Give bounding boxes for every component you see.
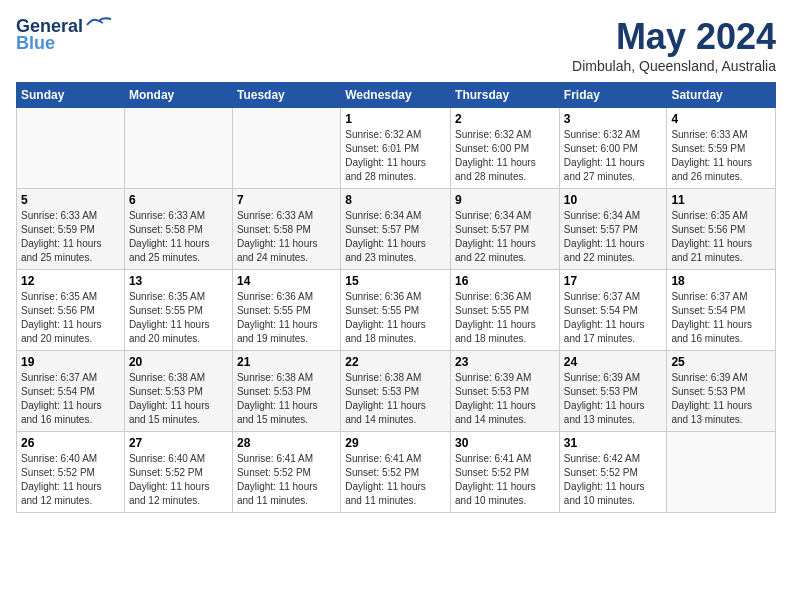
calendar-cell: 17Sunrise: 6:37 AM Sunset: 5:54 PM Dayli…: [559, 270, 667, 351]
logo: General Blue: [16, 16, 113, 54]
weekday-header: Saturday: [667, 83, 776, 108]
day-number: 28: [237, 436, 336, 450]
day-info: Sunrise: 6:37 AM Sunset: 5:54 PM Dayligh…: [564, 290, 663, 346]
day-info: Sunrise: 6:35 AM Sunset: 5:56 PM Dayligh…: [21, 290, 120, 346]
calendar-cell: 11Sunrise: 6:35 AM Sunset: 5:56 PM Dayli…: [667, 189, 776, 270]
calendar-cell: 16Sunrise: 6:36 AM Sunset: 5:55 PM Dayli…: [451, 270, 560, 351]
day-info: Sunrise: 6:41 AM Sunset: 5:52 PM Dayligh…: [345, 452, 446, 508]
calendar-cell: [667, 432, 776, 513]
day-number: 12: [21, 274, 120, 288]
weekday-header: Sunday: [17, 83, 125, 108]
day-number: 8: [345, 193, 446, 207]
calendar-cell: 20Sunrise: 6:38 AM Sunset: 5:53 PM Dayli…: [124, 351, 232, 432]
day-info: Sunrise: 6:37 AM Sunset: 5:54 PM Dayligh…: [671, 290, 771, 346]
day-number: 15: [345, 274, 446, 288]
day-number: 30: [455, 436, 555, 450]
calendar-cell: 15Sunrise: 6:36 AM Sunset: 5:55 PM Dayli…: [341, 270, 451, 351]
day-number: 9: [455, 193, 555, 207]
day-info: Sunrise: 6:32 AM Sunset: 6:00 PM Dayligh…: [455, 128, 555, 184]
calendar-cell: 7Sunrise: 6:33 AM Sunset: 5:58 PM Daylig…: [232, 189, 340, 270]
day-number: 6: [129, 193, 228, 207]
day-number: 26: [21, 436, 120, 450]
calendar-cell: 30Sunrise: 6:41 AM Sunset: 5:52 PM Dayli…: [451, 432, 560, 513]
day-number: 21: [237, 355, 336, 369]
calendar-week-row: 12Sunrise: 6:35 AM Sunset: 5:56 PM Dayli…: [17, 270, 776, 351]
day-number: 4: [671, 112, 771, 126]
day-info: Sunrise: 6:32 AM Sunset: 6:01 PM Dayligh…: [345, 128, 446, 184]
day-number: 16: [455, 274, 555, 288]
day-info: Sunrise: 6:42 AM Sunset: 5:52 PM Dayligh…: [564, 452, 663, 508]
day-number: 7: [237, 193, 336, 207]
calendar-cell: 21Sunrise: 6:38 AM Sunset: 5:53 PM Dayli…: [232, 351, 340, 432]
calendar-cell: 23Sunrise: 6:39 AM Sunset: 5:53 PM Dayli…: [451, 351, 560, 432]
day-number: 13: [129, 274, 228, 288]
day-number: 17: [564, 274, 663, 288]
day-info: Sunrise: 6:35 AM Sunset: 5:56 PM Dayligh…: [671, 209, 771, 265]
day-info: Sunrise: 6:36 AM Sunset: 5:55 PM Dayligh…: [237, 290, 336, 346]
day-info: Sunrise: 6:35 AM Sunset: 5:55 PM Dayligh…: [129, 290, 228, 346]
calendar-cell: 5Sunrise: 6:33 AM Sunset: 5:59 PM Daylig…: [17, 189, 125, 270]
day-info: Sunrise: 6:36 AM Sunset: 5:55 PM Dayligh…: [345, 290, 446, 346]
calendar-cell: 29Sunrise: 6:41 AM Sunset: 5:52 PM Dayli…: [341, 432, 451, 513]
calendar-cell: 8Sunrise: 6:34 AM Sunset: 5:57 PM Daylig…: [341, 189, 451, 270]
calendar-cell: 18Sunrise: 6:37 AM Sunset: 5:54 PM Dayli…: [667, 270, 776, 351]
day-number: 31: [564, 436, 663, 450]
day-info: Sunrise: 6:33 AM Sunset: 5:59 PM Dayligh…: [671, 128, 771, 184]
weekday-header: Monday: [124, 83, 232, 108]
day-number: 29: [345, 436, 446, 450]
calendar-cell: 1Sunrise: 6:32 AM Sunset: 6:01 PM Daylig…: [341, 108, 451, 189]
calendar-cell: 31Sunrise: 6:42 AM Sunset: 5:52 PM Dayli…: [559, 432, 667, 513]
day-number: 3: [564, 112, 663, 126]
day-info: Sunrise: 6:36 AM Sunset: 5:55 PM Dayligh…: [455, 290, 555, 346]
logo-blue: Blue: [16, 33, 55, 54]
logo-bird-icon: [85, 15, 113, 31]
day-number: 22: [345, 355, 446, 369]
weekday-header: Tuesday: [232, 83, 340, 108]
calendar-cell: 2Sunrise: 6:32 AM Sunset: 6:00 PM Daylig…: [451, 108, 560, 189]
calendar-cell: 12Sunrise: 6:35 AM Sunset: 5:56 PM Dayli…: [17, 270, 125, 351]
day-info: Sunrise: 6:33 AM Sunset: 5:58 PM Dayligh…: [129, 209, 228, 265]
calendar-cell: [17, 108, 125, 189]
day-number: 1: [345, 112, 446, 126]
calendar-week-row: 5Sunrise: 6:33 AM Sunset: 5:59 PM Daylig…: [17, 189, 776, 270]
month-title: May 2024: [572, 16, 776, 58]
weekday-header: Wednesday: [341, 83, 451, 108]
calendar-cell: 6Sunrise: 6:33 AM Sunset: 5:58 PM Daylig…: [124, 189, 232, 270]
calendar-cell: 3Sunrise: 6:32 AM Sunset: 6:00 PM Daylig…: [559, 108, 667, 189]
calendar-cell: 10Sunrise: 6:34 AM Sunset: 5:57 PM Dayli…: [559, 189, 667, 270]
calendar-cell: 25Sunrise: 6:39 AM Sunset: 5:53 PM Dayli…: [667, 351, 776, 432]
day-info: Sunrise: 6:34 AM Sunset: 5:57 PM Dayligh…: [564, 209, 663, 265]
day-info: Sunrise: 6:34 AM Sunset: 5:57 PM Dayligh…: [455, 209, 555, 265]
calendar-cell: 28Sunrise: 6:41 AM Sunset: 5:52 PM Dayli…: [232, 432, 340, 513]
calendar-week-row: 26Sunrise: 6:40 AM Sunset: 5:52 PM Dayli…: [17, 432, 776, 513]
calendar-cell: 27Sunrise: 6:40 AM Sunset: 5:52 PM Dayli…: [124, 432, 232, 513]
day-number: 11: [671, 193, 771, 207]
calendar-week-row: 1Sunrise: 6:32 AM Sunset: 6:01 PM Daylig…: [17, 108, 776, 189]
day-info: Sunrise: 6:39 AM Sunset: 5:53 PM Dayligh…: [564, 371, 663, 427]
calendar-cell: 24Sunrise: 6:39 AM Sunset: 5:53 PM Dayli…: [559, 351, 667, 432]
day-number: 19: [21, 355, 120, 369]
day-number: 27: [129, 436, 228, 450]
calendar-cell: 19Sunrise: 6:37 AM Sunset: 5:54 PM Dayli…: [17, 351, 125, 432]
weekday-header: Friday: [559, 83, 667, 108]
day-info: Sunrise: 6:40 AM Sunset: 5:52 PM Dayligh…: [21, 452, 120, 508]
day-info: Sunrise: 6:38 AM Sunset: 5:53 PM Dayligh…: [237, 371, 336, 427]
location-subtitle: Dimbulah, Queensland, Australia: [572, 58, 776, 74]
day-info: Sunrise: 6:38 AM Sunset: 5:53 PM Dayligh…: [345, 371, 446, 427]
calendar-cell: 9Sunrise: 6:34 AM Sunset: 5:57 PM Daylig…: [451, 189, 560, 270]
day-number: 18: [671, 274, 771, 288]
day-info: Sunrise: 6:39 AM Sunset: 5:53 PM Dayligh…: [671, 371, 771, 427]
weekday-header-row: SundayMondayTuesdayWednesdayThursdayFrid…: [17, 83, 776, 108]
day-info: Sunrise: 6:38 AM Sunset: 5:53 PM Dayligh…: [129, 371, 228, 427]
day-info: Sunrise: 6:41 AM Sunset: 5:52 PM Dayligh…: [237, 452, 336, 508]
calendar-cell: 13Sunrise: 6:35 AM Sunset: 5:55 PM Dayli…: [124, 270, 232, 351]
calendar-cell: 22Sunrise: 6:38 AM Sunset: 5:53 PM Dayli…: [341, 351, 451, 432]
calendar-cell: 4Sunrise: 6:33 AM Sunset: 5:59 PM Daylig…: [667, 108, 776, 189]
calendar-cell: 14Sunrise: 6:36 AM Sunset: 5:55 PM Dayli…: [232, 270, 340, 351]
day-info: Sunrise: 6:33 AM Sunset: 5:59 PM Dayligh…: [21, 209, 120, 265]
calendar-cell: [232, 108, 340, 189]
calendar-table: SundayMondayTuesdayWednesdayThursdayFrid…: [16, 82, 776, 513]
page-header: General Blue May 2024 Dimbulah, Queensla…: [16, 16, 776, 74]
day-number: 20: [129, 355, 228, 369]
day-number: 14: [237, 274, 336, 288]
